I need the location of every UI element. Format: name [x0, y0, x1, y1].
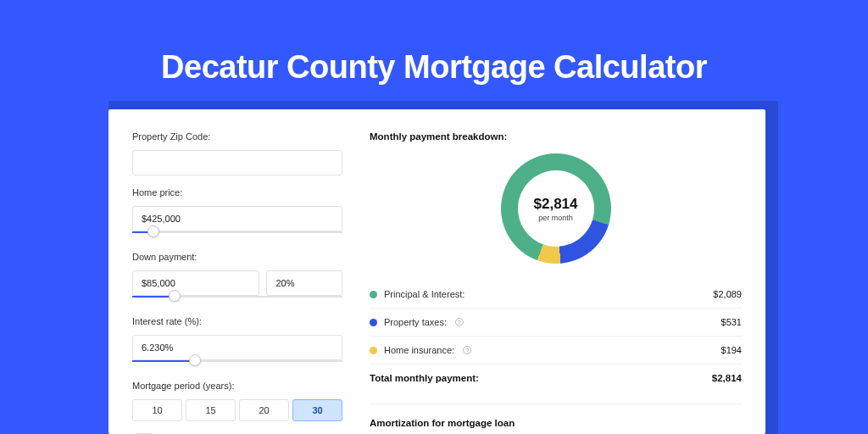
price-slider[interactable] — [132, 231, 342, 233]
legend-value: $194 — [721, 345, 742, 355]
rate-label: Interest rate (%): — [132, 316, 342, 326]
legend-row: Home insurance:?$194 — [370, 336, 742, 364]
rate-slider-fill — [132, 360, 195, 362]
legend: Principal & Interest:$2,089Property taxe… — [370, 281, 742, 364]
zip-label: Property Zip Code: — [132, 131, 342, 142]
legend-left: Principal & Interest: — [370, 289, 465, 299]
rate-slider-thumb[interactable] — [189, 354, 201, 366]
down-pct-input[interactable] — [266, 270, 342, 296]
legend-left: Home insurance:? — [370, 345, 471, 355]
price-slider-thumb[interactable] — [147, 225, 159, 237]
down-slider[interactable] — [132, 296, 342, 298]
down-amount-input[interactable] — [132, 270, 259, 296]
amort-heading: Amortization for mortgage loan — [370, 418, 742, 428]
info-icon[interactable]: ? — [463, 346, 471, 354]
legend-label: Home insurance: — [384, 345, 454, 355]
price-field: Home price: — [132, 187, 342, 233]
legend-label: Property taxes: — [384, 317, 447, 327]
price-label: Home price: — [132, 187, 342, 198]
legend-label: Principal & Interest: — [384, 289, 465, 299]
donut-center: $2,814 per month — [518, 170, 594, 247]
period-btn-15[interactable]: 15 — [186, 399, 236, 421]
legend-row: Principal & Interest:$2,089 — [370, 281, 742, 308]
down-field: Down payment: — [132, 252, 342, 298]
donut-value: $2,814 — [534, 196, 578, 213]
total-label: Total monthly payment: — [370, 373, 479, 383]
legend-left: Property taxes:? — [370, 317, 464, 327]
total-row: Total monthly payment: $2,814 — [370, 364, 742, 392]
down-label: Down payment: — [132, 252, 342, 262]
total-value: $2,814 — [712, 373, 742, 383]
donut-chart: $2,814 per month — [501, 153, 611, 264]
legend-dot — [370, 291, 377, 298]
donut-wrap: $2,814 per month — [370, 153, 742, 264]
page-bg: Decatur County Mortgage Calculator Prope… — [0, 0, 868, 434]
period-field: Mortgage period (years): 10152030 — [132, 381, 342, 421]
rate-field: Interest rate (%): — [132, 316, 342, 362]
period-row: 10152030 — [132, 399, 342, 421]
period-btn-10[interactable]: 10 — [132, 399, 182, 421]
rate-slider[interactable] — [132, 360, 342, 362]
legend-row: Property taxes:?$531 — [370, 308, 742, 336]
price-input[interactable] — [132, 206, 342, 231]
legend-dot — [370, 319, 377, 326]
down-slider-thumb[interactable] — [169, 290, 181, 302]
zip-field: Property Zip Code: — [132, 131, 342, 175]
legend-dot — [370, 347, 377, 354]
period-btn-20[interactable]: 20 — [239, 399, 289, 421]
info-icon[interactable]: ? — [455, 318, 464, 326]
legend-value: $531 — [721, 317, 742, 327]
period-btn-30[interactable]: 30 — [292, 399, 342, 421]
legend-value: $2,089 — [713, 289, 742, 299]
breakdown-column: Monthly payment breakdown: $2,814 per mo… — [342, 131, 742, 434]
zip-input[interactable] — [132, 150, 342, 175]
period-label: Mortgage period (years): — [132, 381, 342, 391]
rate-input[interactable] — [132, 335, 342, 360]
page-title: Decatur County Mortgage Calculator — [0, 49, 868, 86]
amort-section: Amortization for mortgage loan Amortizat… — [370, 403, 742, 434]
form-column: Property Zip Code: Home price: Down paym… — [132, 131, 342, 434]
donut-sub: per month — [538, 214, 573, 222]
calculator-card: Property Zip Code: Home price: Down paym… — [108, 109, 765, 434]
breakdown-heading: Monthly payment breakdown: — [370, 131, 742, 142]
